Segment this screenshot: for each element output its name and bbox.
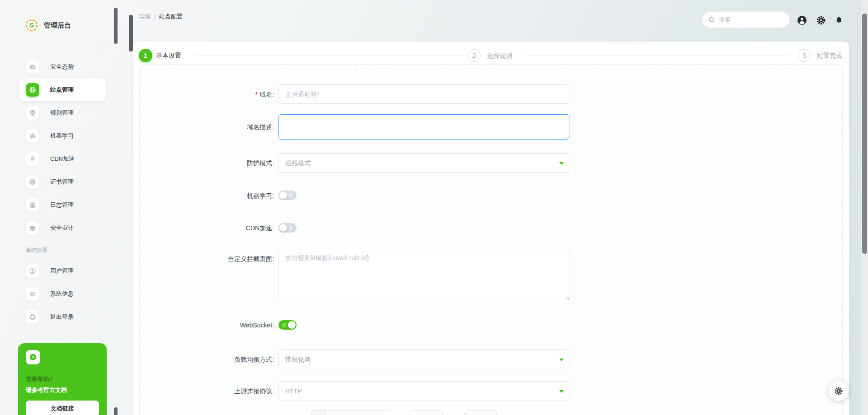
domain-label: *域名: (140, 84, 274, 104)
page-scrollbar-track[interactable] (861, 0, 868, 415)
sidebar-item-cdn-acceleration[interactable]: CDN加速 (18, 147, 107, 170)
protect-mode-select[interactable]: 拦截模式 (278, 153, 570, 173)
cdn-label: CDN加速: (140, 223, 274, 233)
globe-icon (26, 83, 39, 97)
upstream-server-port-input[interactable] (411, 410, 443, 415)
upstream-protocol-value: HTTP (285, 387, 302, 395)
breadcrumb-separator: / (154, 14, 156, 20)
sidebar-item-label: 安全审计 (50, 224, 74, 232)
sidebar-item-label: 系统信息 (50, 290, 74, 298)
certificate-icon (26, 175, 39, 189)
rocket-icon (26, 152, 39, 166)
step-2-circle[interactable]: 2 (468, 49, 481, 62)
dropdown-caret-icon (559, 359, 564, 361)
load-balance-select[interactable]: 带权轮询 (278, 350, 570, 369)
app-logo-icon: S (25, 19, 38, 32)
protect-mode-value: 拦截模式 (285, 159, 311, 167)
machine-learning-label: 机器学习: (140, 191, 274, 201)
load-balance-label: 负载均衡方式: (140, 350, 274, 369)
page-scrollbar-thumb[interactable] (862, 14, 867, 254)
upstream-protocol-select[interactable]: HTTP (278, 381, 570, 401)
sidebar-item-label: 日志管理 (50, 201, 74, 209)
upstream-server-weight-input[interactable] (465, 410, 497, 415)
help-card: ? 需要帮助? 请参考官方文档 文档链接 (18, 343, 107, 415)
step-3-label: 配置完成 (817, 49, 842, 62)
sidebar-menu: 安全态势 站点管理 规则管理 机器学习 CDN加速 (18, 55, 107, 328)
database-icon (26, 198, 39, 212)
sidebar-section-system-settings: 系统设置 (18, 239, 107, 259)
user-icon (26, 264, 39, 278)
app-logo: S 管理后台 (25, 19, 71, 32)
sidebar-item-label: 安全态势 (50, 63, 74, 71)
websocket-toggle[interactable]: 开 (278, 320, 297, 330)
domain-desc-textarea[interactable] (278, 114, 570, 140)
help-subtitle: 请参考官方文档 (26, 386, 99, 394)
dropdown-caret-icon (559, 162, 564, 165)
chip-icon (26, 287, 39, 301)
sidebar-item-label: 用户管理 (50, 267, 74, 275)
breadcrumb-current: 站点配置 (159, 13, 183, 21)
toggle-knob (288, 321, 296, 329)
sidebar-item-security-posture[interactable]: 安全态势 (18, 55, 107, 78)
sidebar-item-label: 机器学习 (50, 132, 74, 140)
sidebar-item-site-management[interactable]: 站点管理 (18, 78, 107, 101)
topbar-icons (797, 15, 844, 26)
search-input[interactable] (719, 16, 782, 23)
custom-block-page-label: 自定义拦截页面: (140, 254, 274, 263)
toggle-knob (279, 191, 287, 199)
sidebar-item-user-management[interactable]: 用户管理 (18, 259, 107, 282)
svg-text:?: ? (32, 355, 34, 360)
sidebar-item-log-management[interactable]: 日志管理 (18, 193, 107, 216)
websocket-label: WebSocket: (140, 320, 274, 330)
sidebar-item-machine-learning[interactable]: 机器学习 (18, 124, 107, 147)
toggle-state-text: 关 (288, 192, 293, 199)
dropdown-caret-icon (559, 390, 564, 393)
question-icon: ? (26, 350, 40, 364)
upstream-server-row (140, 410, 842, 415)
upstream-protocol-label: 上游连接协议: (140, 381, 274, 401)
content-card: 1 基本设置 2 选择规则 3 配置完成 *域名: 域名描述: 防护模式: (133, 42, 849, 415)
sidebar-item-security-audit[interactable]: 安全审计 (18, 216, 107, 239)
domain-input[interactable] (278, 84, 570, 104)
toggle-state-text: 开 (282, 322, 287, 329)
sidebar-item-rule-management[interactable]: 规则管理 (18, 101, 107, 124)
step-connector (526, 56, 790, 56)
form-panel: *域名: 域名描述: 防护模式: 拦截模式 机器学习: (139, 64, 843, 415)
content-scrollbar-thumb[interactable] (129, 15, 133, 51)
sidebar-item-logout[interactable]: 退出登录 (18, 305, 107, 328)
cdn-toggle[interactable]: 关 (278, 223, 297, 233)
step-1-circle[interactable]: 1 (139, 49, 152, 62)
load-balance-value: 带权轮询 (285, 356, 311, 363)
user-account-icon[interactable] (797, 15, 807, 26)
gauge-icon (26, 60, 39, 74)
search-icon (708, 16, 715, 23)
sidebar-scrollbar-thumb[interactable] (114, 8, 118, 44)
search-box[interactable] (702, 11, 790, 28)
gear-icon (834, 387, 843, 396)
app-title: 管理后台 (44, 21, 71, 30)
settings-gear-icon[interactable] (816, 15, 826, 25)
sidebar-scrollbar-thumb-bottom[interactable] (114, 407, 118, 415)
custom-block-page-textarea[interactable] (278, 250, 570, 300)
breadcrumb-root[interactable]: 导航 (139, 13, 151, 21)
upstream-server-addon (311, 410, 325, 415)
docs-link-button[interactable]: 文档链接 (26, 401, 99, 415)
sidebar-item-label: 站点管理 (50, 86, 74, 94)
machine-learning-toggle[interactable]: 关 (278, 191, 297, 200)
sidebar-item-label: 退出登录 (50, 313, 74, 321)
sidebar-item-label: CDN加速 (50, 155, 75, 163)
upstream-server-host-input[interactable] (325, 410, 390, 415)
robot-icon (26, 129, 39, 143)
monitor-icon (26, 221, 39, 235)
domain-desc-label: 域名描述: (140, 114, 274, 140)
svg-text:S: S (29, 21, 34, 29)
shield-icon (26, 106, 39, 120)
step-3-circle[interactable]: 3 (798, 49, 811, 62)
sidebar-item-system-info[interactable]: 系统信息 (18, 282, 107, 305)
bell-icon[interactable] (835, 16, 844, 25)
toggle-state-text: 关 (288, 225, 293, 232)
page: S 管理后台 安全态势 站点管理 规则管理 机器学习 (0, 0, 868, 415)
sidebar-item-certificate-management[interactable]: 证书管理 (18, 170, 107, 193)
step-1-label: 基本设置 (156, 49, 181, 62)
theme-settings-button[interactable] (829, 381, 849, 401)
